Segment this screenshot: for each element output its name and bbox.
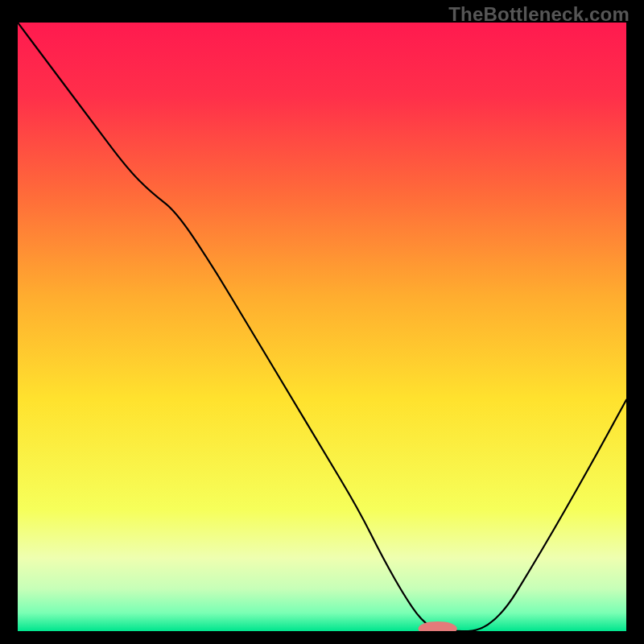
chart-frame: TheBottleneck.com [0,0,644,644]
chart-background [18,23,626,631]
watermark: TheBottleneck.com [448,3,630,26]
chart-plot [18,23,626,631]
